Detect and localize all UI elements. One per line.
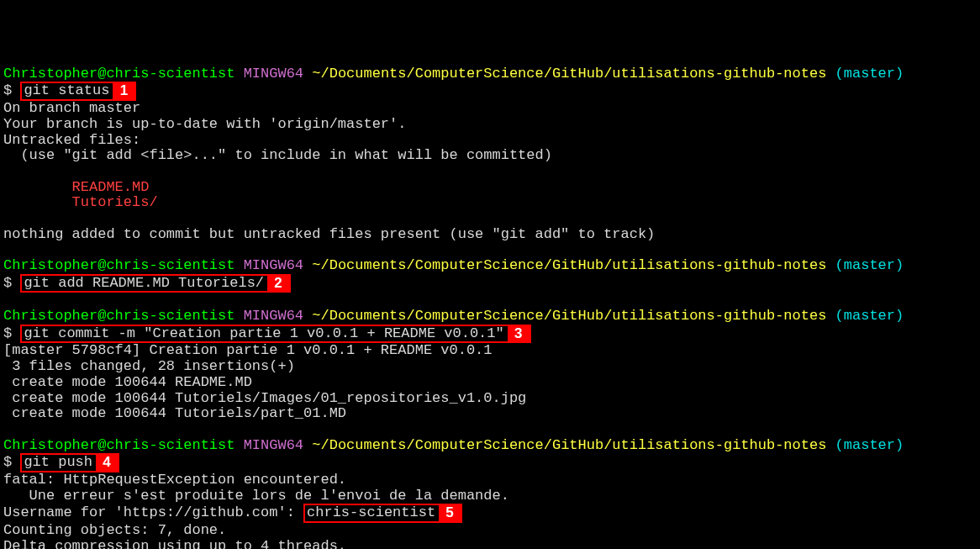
cmd-git-commit[interactable]: git commit -m "Creation partie 1 v0.0.1 …	[24, 325, 503, 341]
prompt-shell: MINGW64	[244, 257, 303, 273]
status-line: nothing added to commit but untracked fi…	[3, 226, 655, 242]
cmd-git-status[interactable]: git status	[24, 82, 109, 98]
prompt-path: ~/Documents/ComputerScience/GitHub/utili…	[312, 66, 826, 82]
commit-line: create mode 100644 Tutoriels/Images/01_r…	[3, 390, 526, 406]
untracked-file: README.MD	[3, 179, 149, 195]
cmd-git-commit-box: git commit -m "Creation partie 1 v0.0.1 …	[20, 325, 530, 344]
prompt-at: @	[97, 308, 106, 324]
badge-4: 4	[96, 455, 118, 471]
prompt-host: chris-scientist	[106, 308, 234, 324]
prompt-branch: (master)	[835, 257, 904, 273]
prompt-user: Christopher	[3, 308, 97, 324]
prompt-dollar: $	[3, 275, 12, 291]
prompt-at: @	[97, 437, 106, 453]
prompt-dollar: $	[3, 325, 12, 341]
cmd-git-push[interactable]: git push	[24, 454, 92, 470]
cmd-git-status-box: git status1	[20, 82, 136, 101]
push-userprompt: Username for 'https://github.com':	[3, 504, 303, 520]
commit-line: create mode 100644 README.MD	[3, 374, 252, 390]
status-line: (use "git add <file>..." to include in w…	[3, 147, 552, 163]
prompt-host: chris-scientist	[106, 437, 234, 453]
prompt-branch: (master)	[835, 437, 904, 453]
commit-line: create mode 100644 Tutoriels/part_01.MD	[3, 405, 346, 421]
username-input[interactable]: chris-scientist	[307, 504, 435, 520]
prompt-path: ~/Documents/ComputerScience/GitHub/utili…	[312, 308, 826, 324]
badge-5: 5	[439, 505, 461, 521]
push-line: Delta compression using up to 4 threads.	[3, 538, 346, 549]
badge-3: 3	[508, 326, 530, 342]
status-line: Untracked files:	[3, 132, 140, 148]
prompt-user: Christopher	[3, 66, 97, 82]
prompt-branch: (master)	[835, 308, 904, 324]
prompt-shell: MINGW64	[244, 308, 303, 324]
badge-1: 1	[113, 83, 134, 99]
prompt-shell: MINGW64	[244, 437, 303, 453]
prompt-host: chris-scientist	[106, 66, 234, 82]
push-line: Counting objects: 7, done.	[3, 522, 226, 538]
badge-2: 2	[267, 276, 289, 292]
prompt-path: ~/Documents/ComputerScience/GitHub/utili…	[312, 437, 826, 453]
untracked-file: Tutoriels/	[3, 194, 158, 210]
cmd-git-add-box: git add README.MD Tutoriels/2	[20, 274, 291, 293]
push-line: Une erreur s'est produite lors de l'envo…	[3, 488, 509, 504]
prompt-dollar: $	[3, 82, 12, 98]
prompt-at: @	[97, 66, 106, 82]
username-box: chris-scientist5	[303, 504, 462, 523]
prompt-at: @	[97, 257, 106, 273]
prompt-host: chris-scientist	[106, 257, 234, 273]
prompt-dollar: $	[3, 454, 12, 470]
prompt-user: Christopher	[3, 437, 97, 453]
prompt-user: Christopher	[3, 257, 97, 273]
cmd-git-push-box: git push4	[20, 453, 119, 472]
commit-line: [master 5798cf4] Creation partie 1 v0.0.…	[3, 342, 493, 358]
status-line: Your branch is up-to-date with 'origin/m…	[3, 116, 406, 132]
commit-line: 3 files changed, 28 insertions(+)	[3, 358, 295, 374]
prompt-path: ~/Documents/ComputerScience/GitHub/utili…	[312, 257, 826, 273]
prompt-shell: MINGW64	[244, 66, 303, 82]
status-line: On branch master	[3, 100, 140, 116]
cmd-git-add[interactable]: git add README.MD Tutoriels/	[24, 275, 264, 291]
prompt-branch: (master)	[835, 66, 904, 82]
push-line: fatal: HttpRequestException encountered.	[3, 472, 346, 488]
